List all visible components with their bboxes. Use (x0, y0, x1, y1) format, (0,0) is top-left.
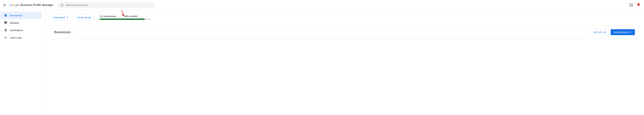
sidebar-item-reviews[interactable]: Reviews (0, 19, 42, 27)
all-filter-chevron-icon: ▼ (604, 31, 606, 34)
search-bar (58, 2, 154, 8)
sidebar-item-reviews-label: Reviews (10, 22, 19, 24)
main-content: Ungrouped ▼ Create group 121 businesses … (45, 10, 644, 115)
progress-bar-container (100, 19, 151, 20)
logo-google-text: Google (9, 3, 20, 7)
add-business-chevron-icon: ▼ (630, 31, 632, 33)
ungrouped-label: Ungrouped (53, 16, 65, 19)
add-business-button[interactable]: Add business ▼ (611, 29, 635, 35)
app-header: Google Business Profile Manager (0, 0, 644, 10)
sidebar-item-link-to-ads[interactable]: Link to ads (0, 34, 42, 41)
sidebar: Businesses Reviews Verifications (0, 10, 45, 115)
logo-product-name: Business Profile Manager (20, 4, 54, 7)
sidebar-item-businesses[interactable]: Businesses (0, 12, 42, 19)
sidebar-item-businesses-label: Businesses (10, 14, 22, 17)
store-icon (4, 14, 8, 17)
account-icon[interactable] (636, 2, 642, 8)
search-icon (60, 4, 64, 7)
header-right (628, 2, 642, 8)
add-business-label: Add business (614, 31, 628, 34)
shield-icon (4, 28, 8, 32)
top-bar: Ungrouped ▼ Create group 121 businesses … (50, 14, 639, 21)
create-group-label: Create group (77, 16, 91, 19)
create-group-button[interactable]: Create group (74, 14, 94, 21)
sidebar-item-verifications[interactable]: Verifications (0, 27, 42, 34)
main-layout: Businesses Reviews Verifications (0, 10, 644, 115)
businesses-header: Businesses All (121) ▼ Add business ▼ (54, 29, 635, 35)
ungrouped-chevron-icon: ▼ (66, 16, 68, 19)
ungrouped-dropdown-button[interactable]: Ungrouped ▼ (50, 14, 71, 21)
sidebar-item-verifications-label: Verifications (10, 29, 23, 32)
businesses-title: Businesses (54, 30, 71, 34)
businesses-actions: All (121) ▼ Add business ▼ (591, 29, 635, 35)
progress-bar-fill (100, 19, 145, 20)
svg-marker-0 (122, 13, 124, 16)
search-input[interactable] (66, 4, 152, 7)
link-icon (4, 36, 8, 39)
businesses-section: Businesses All (121) ▼ Add business ▼ (50, 26, 639, 39)
app-logo: Google Business Profile Manager (9, 3, 54, 7)
all-filter-label: All (121) (594, 31, 602, 34)
all-filter-dropdown[interactable]: All (121) ▼ (591, 29, 609, 35)
reviews-icon (4, 21, 8, 25)
sidebar-item-link-to-ads-label: Link to ads (10, 36, 22, 39)
hamburger-icon[interactable] (2, 3, 6, 7)
header-left: Google Business Profile Manager (2, 3, 54, 7)
apps-icon[interactable] (628, 2, 634, 8)
